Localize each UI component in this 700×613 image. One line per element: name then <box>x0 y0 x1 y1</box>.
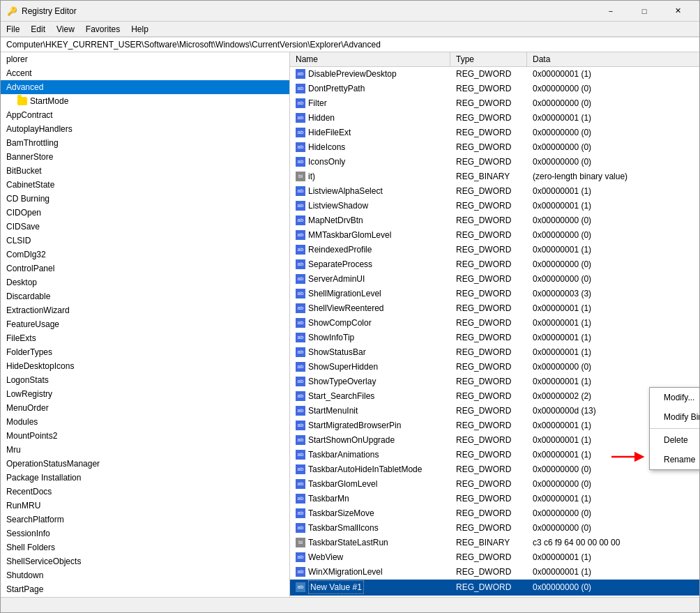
tree-item-operationstatusmanager[interactable]: OperationStatusManager <box>1 457 289 471</box>
cell-type: REG_DWORD <box>450 82 527 96</box>
table-row[interactable]: abListviewShadow REG_DWORD 0x00000001 (1… <box>290 199 699 213</box>
tree-view[interactable]: plorer Accent Advanced StartMode AppCont… <box>1 52 290 597</box>
reg-binary-icon: bi <box>296 538 305 547</box>
tree-item-hidedesktopicons[interactable]: HideDesktopIcons <box>1 359 289 373</box>
tree-item-extractionwizard[interactable]: ExtractionWizard <box>1 303 289 317</box>
table-row-new-value[interactable]: ab New Value #1 REG_DWORD 0x00000000 (0) <box>290 580 699 596</box>
table-row[interactable]: abMMTaskbarGlomLevel REG_DWORD 0x0000000… <box>290 228 699 243</box>
tree-item-cidsave[interactable]: CIDSave <box>1 220 289 234</box>
table-row[interactable]: abStart_SearchFiles REG_DWORD 0x00000002… <box>290 389 699 404</box>
cell-name: abStartShownOnUpgrade <box>290 433 450 447</box>
cell-name: abTaskbarAnimations <box>290 448 450 462</box>
context-menu-delete[interactable]: Delete <box>650 430 699 450</box>
tree-item-plorer[interactable]: plorer <box>1 52 289 66</box>
tree-item-autoplayhandlers[interactable]: AutoplayHandlers <box>1 122 289 136</box>
tree-item-lowregistry[interactable]: LowRegistry <box>1 387 289 401</box>
header-type[interactable]: Type <box>450 52 527 66</box>
menu-help[interactable]: Help <box>125 22 154 36</box>
table-row[interactable]: abStartMigratedBrowserPin REG_DWORD 0x00… <box>290 418 699 433</box>
tree-item-shellserviceobjects[interactable]: ShellServiceObjects <box>1 554 289 568</box>
table-row[interactable]: abIconsOnly REG_DWORD 0x00000000 (0) <box>290 155 699 169</box>
table-row[interactable]: biit) REG_BINARY (zero-length binary val… <box>290 169 699 184</box>
menu-edit[interactable]: Edit <box>25 22 51 36</box>
tree-item-packageinstallation[interactable]: Package Installation <box>1 471 289 485</box>
table-row[interactable]: abDontPrettyPath REG_DWORD 0x00000000 (0… <box>290 82 699 96</box>
cell-name: abServerAdminUI <box>290 272 450 286</box>
tree-item-modules[interactable]: Modules <box>1 415 289 429</box>
tree-item-mountpoints2[interactable]: MountPoints2 <box>1 429 289 443</box>
context-menu-rename[interactable]: Rename <box>650 450 699 469</box>
table-row[interactable]: biTaskbarStateLastRun REG_BINARY c3 c6 f… <box>290 536 699 550</box>
tree-item-bannerstore[interactable]: BannerStore <box>1 150 289 164</box>
tree-item-menuorder[interactable]: MenuOrder <box>1 401 289 415</box>
table-row[interactable]: abMapNetDrvBtn REG_DWORD 0x00000000 (0) <box>290 213 699 228</box>
table-row[interactable]: abStartMenuInit REG_DWORD 0x0000000d (13… <box>290 404 699 418</box>
header-data[interactable]: Data <box>527 52 699 66</box>
table-row[interactable]: abTaskbarMn REG_DWORD 0x00000001 (1) <box>290 492 699 506</box>
table-row[interactable]: abShowInfoTip REG_DWORD 0x00000001 (1) <box>290 331 699 345</box>
tree-item-bamthrottling[interactable]: BamThrottling <box>1 136 289 150</box>
cell-data: 0x00000001 (1) <box>527 301 699 315</box>
table-row[interactable]: abShowSuperHidden REG_DWORD 0x00000000 (… <box>290 360 699 374</box>
tree-item-logonstats[interactable]: LogonStats <box>1 373 289 387</box>
menu-favorites[interactable]: Favorites <box>80 22 125 36</box>
tree-item-startpage[interactable]: StartPage <box>1 582 289 596</box>
tree-item-cidopen[interactable]: CIDOpen <box>1 206 289 220</box>
table-row[interactable]: abShowCompColor REG_DWORD 0x00000001 (1) <box>290 316 699 331</box>
tree-item-searchplatform[interactable]: SearchPlatform <box>1 513 289 527</box>
table-row[interactable]: abTaskbarSizeMove REG_DWORD 0x00000000 (… <box>290 506 699 521</box>
table-row[interactable]: abStartShownOnUpgrade REG_DWORD 0x000000… <box>290 433 699 448</box>
table-row[interactable]: abFilter REG_DWORD 0x00000000 (0) <box>290 96 699 111</box>
menu-view[interactable]: View <box>51 22 80 36</box>
cell-data: 0x00000001 (1) <box>527 316 699 330</box>
table-row[interactable]: abHideFileExt REG_DWORD 0x00000000 (0) <box>290 126 699 140</box>
table-row[interactable]: abShowStatusBar REG_DWORD 0x00000001 (1) <box>290 345 699 360</box>
context-menu-modify[interactable]: Modify... <box>650 388 699 407</box>
cell-name: abShowStatusBar <box>290 345 450 359</box>
tree-item-cdburning[interactable]: CD Burning <box>1 192 289 206</box>
table-body[interactable]: abDisablePreviewDesktop REG_DWORD 0x0000… <box>290 67 699 597</box>
cell-data: 0x00000000 (0) <box>527 228 699 242</box>
tree-item-sessioninfo[interactable]: SessionInfo <box>1 527 289 540</box>
table-row[interactable]: abSeparateProcess REG_DWORD 0x00000000 (… <box>290 257 699 272</box>
tree-item-runmru[interactable]: RunMRU <box>1 499 289 513</box>
table-row[interactable]: abListviewAlphaSelect REG_DWORD 0x000000… <box>290 184 699 199</box>
maximize-button[interactable]: □ <box>628 1 660 22</box>
table-row[interactable]: abServerAdminUI REG_DWORD 0x00000000 (0) <box>290 272 699 287</box>
tree-item-shellfolders[interactable]: Shell Folders <box>1 540 289 554</box>
tree-item-discardable[interactable]: Discardable <box>1 289 289 303</box>
table-row[interactable]: abHidden REG_DWORD 0x00000001 (1) <box>290 111 699 126</box>
tree-item-shutdown[interactable]: Shutdown <box>1 568 289 582</box>
minimize-button[interactable]: − <box>595 1 627 22</box>
tree-item-featureusage[interactable]: FeatureUsage <box>1 317 289 331</box>
table-row[interactable]: abShowTypeOverlay REG_DWORD 0x00000001 (… <box>290 374 699 389</box>
tree-item-cabinetstate[interactable]: CabinetState <box>1 178 289 192</box>
table-row[interactable]: abWebView REG_DWORD 0x00000001 (1) <box>290 550 699 565</box>
table-row[interactable]: abDisablePreviewDesktop REG_DWORD 0x0000… <box>290 67 699 82</box>
tree-item-fileexts[interactable]: FileExts <box>1 331 289 345</box>
close-button[interactable]: ✕ <box>662 1 694 22</box>
table-row[interactable]: abWinXMigrationLevel REG_DWORD 0x0000000… <box>290 565 699 580</box>
table-row[interactable]: abTaskbarSmallIcons REG_DWORD 0x00000000… <box>290 521 699 536</box>
tree-item-advanced[interactable]: Advanced <box>1 80 289 94</box>
tree-item-appcontract[interactable]: AppContract <box>1 108 289 122</box>
tree-item-bitbucket[interactable]: BitBucket <box>1 164 289 178</box>
table-row[interactable]: abShellViewReentered REG_DWORD 0x0000000… <box>290 301 699 316</box>
header-name[interactable]: Name <box>290 52 450 66</box>
reg-binary-icon: bi <box>296 172 305 181</box>
table-row[interactable]: abReindexedProfile REG_DWORD 0x00000001 … <box>290 243 699 257</box>
tree-item-recentdocs[interactable]: RecentDocs <box>1 485 289 499</box>
table-row[interactable]: abHideIcons REG_DWORD 0x00000000 (0) <box>290 140 699 155</box>
tree-item-comdlg32[interactable]: ComDlg32 <box>1 248 289 262</box>
tree-item-desktop[interactable]: Desktop <box>1 275 289 289</box>
menu-file[interactable]: File <box>1 22 25 36</box>
tree-item-mru[interactable]: Mru <box>1 443 289 457</box>
tree-item-controlpanel[interactable]: ControlPanel <box>1 262 289 275</box>
tree-item-accent[interactable]: Accent <box>1 66 289 80</box>
tree-item-startmode[interactable]: StartMode <box>1 94 289 108</box>
table-row[interactable]: abShellMigrationLevel REG_DWORD 0x000000… <box>290 287 699 301</box>
tree-item-foldertypes[interactable]: FolderTypes <box>1 345 289 359</box>
tree-item-clsid[interactable]: CLSID <box>1 234 289 248</box>
table-row[interactable]: abTaskbarGlomLevel REG_DWORD 0x00000000 … <box>290 477 699 492</box>
context-menu-modify-binary[interactable]: Modify Binary Data... <box>650 407 699 427</box>
